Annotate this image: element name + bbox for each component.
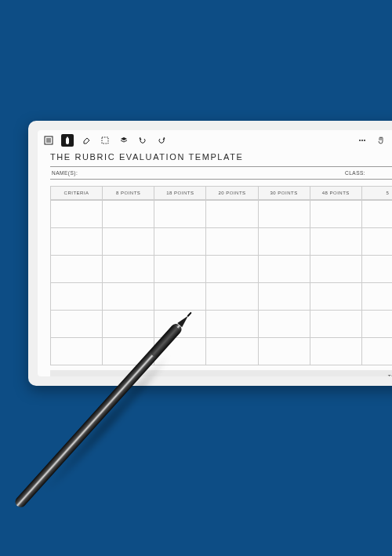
redo-icon[interactable] (155, 134, 168, 147)
rubric-cell[interactable] (310, 201, 362, 227)
select-icon[interactable] (99, 134, 111, 147)
rubric-cell[interactable] (259, 256, 310, 282)
rubric-cell[interactable] (362, 283, 392, 310)
rubric-cell[interactable] (259, 283, 310, 310)
meta-row: NAME(S): CLASS: (50, 166, 392, 180)
class-label: CLASS: (345, 170, 365, 176)
more-icon[interactable] (356, 134, 368, 147)
rubric-row (50, 256, 392, 283)
rubric-header-cell: CRITERIA (50, 187, 103, 199)
rubric-cell[interactable] (50, 228, 103, 255)
rubric-header-cell: 5 (362, 187, 392, 199)
rubric-header-cell: 30 POINTS (259, 187, 310, 199)
svg-point-5 (359, 140, 361, 141)
rubric-cell[interactable] (362, 201, 392, 227)
rubric-cell[interactable] (50, 338, 103, 365)
class-field[interactable]: CLASS: (343, 167, 392, 179)
rubric-cell[interactable] (103, 283, 154, 310)
menu-icon[interactable] (42, 134, 55, 147)
rubric-grid: CRITERIA8 POINTS18 POINTS20 POINTS30 POI… (50, 186, 392, 365)
rubric-cell[interactable] (362, 338, 392, 365)
rubric-cell[interactable] (310, 311, 362, 337)
document-title: THE RUBRIC EVALUATION TEMPLATE (50, 151, 392, 166)
rubric-cell[interactable] (310, 256, 362, 282)
rubric-cell[interactable] (103, 256, 154, 282)
rubric-cell[interactable] (206, 338, 258, 365)
rubric-cell[interactable] (103, 228, 154, 255)
rubric-cell[interactable] (259, 228, 310, 255)
tablet-screen: 5 A THE RUBRIC EVALUATION TEMPLATE NAME(… (38, 130, 392, 376)
rubric-cell[interactable] (154, 228, 206, 255)
rubric-header-cell: 20 POINTS (206, 187, 258, 199)
rubric-cell[interactable] (206, 311, 258, 337)
rubric-cell[interactable] (206, 228, 258, 255)
rubric-cell[interactable] (310, 228, 362, 255)
rubric-header-cell: 18 POINTS (154, 187, 206, 199)
rubric-cell[interactable] (103, 338, 154, 365)
rubric-cell[interactable] (154, 201, 206, 227)
rubric-cell[interactable] (50, 311, 103, 337)
rubric-cell[interactable] (206, 201, 258, 227)
eraser-icon[interactable] (80, 134, 93, 147)
toolbar-left (42, 134, 168, 147)
rubric-cell[interactable] (362, 256, 392, 282)
rubric-row (50, 338, 392, 365)
names-label: NAME(S): (52, 170, 78, 176)
svg-point-7 (364, 140, 365, 141)
rubric-cell[interactable] (310, 338, 362, 365)
svg-point-6 (361, 140, 363, 141)
rubric-cell[interactable] (259, 201, 310, 227)
rubric-cell[interactable] (154, 283, 206, 310)
layers-icon[interactable] (118, 134, 130, 147)
rubric-cell[interactable] (206, 283, 258, 310)
toolbar-right: 5 A (356, 134, 392, 147)
rubric-row (50, 200, 392, 228)
rubric-cell[interactable] (50, 256, 103, 282)
rubric-cell[interactable] (50, 201, 103, 227)
rubric-cell[interactable] (362, 228, 392, 255)
pen-tool-icon[interactable] (61, 134, 74, 147)
rubric-header-row: CRITERIA8 POINTS18 POINTS20 POINTS30 POI… (50, 186, 392, 200)
rubric-header-cell: 8 POINTS (103, 187, 154, 199)
rubric-cell[interactable] (154, 256, 206, 282)
rubric-row (50, 311, 392, 338)
total-label: TOTAL: (388, 374, 392, 376)
svg-rect-4 (102, 137, 108, 144)
rubric-cell[interactable] (206, 256, 258, 282)
rubric-cell[interactable] (103, 201, 154, 227)
rubric-row (50, 228, 392, 256)
rubric-cell[interactable] (154, 311, 206, 337)
document-body: THE RUBRIC EVALUATION TEMPLATE NAME(S): … (38, 151, 392, 376)
hand-tool-icon[interactable] (375, 134, 387, 147)
rubric-cell[interactable] (362, 311, 392, 337)
names-field[interactable]: NAME(S): (50, 167, 343, 179)
rubric-row (50, 283, 392, 311)
toolbar: 5 A (38, 130, 392, 151)
rubric-cell[interactable] (103, 311, 154, 337)
total-row: TOTAL: (50, 370, 392, 376)
rubric-cell[interactable] (50, 283, 103, 310)
rubric-cell[interactable] (154, 338, 206, 365)
rubric-cell[interactable] (259, 338, 310, 365)
undo-icon[interactable] (136, 134, 149, 147)
tablet-device: 5 A THE RUBRIC EVALUATION TEMPLATE NAME(… (28, 121, 392, 386)
rubric-header-cell: 48 POINTS (310, 187, 362, 199)
rubric-cell[interactable] (259, 311, 310, 337)
rubric-cell[interactable] (310, 283, 362, 310)
